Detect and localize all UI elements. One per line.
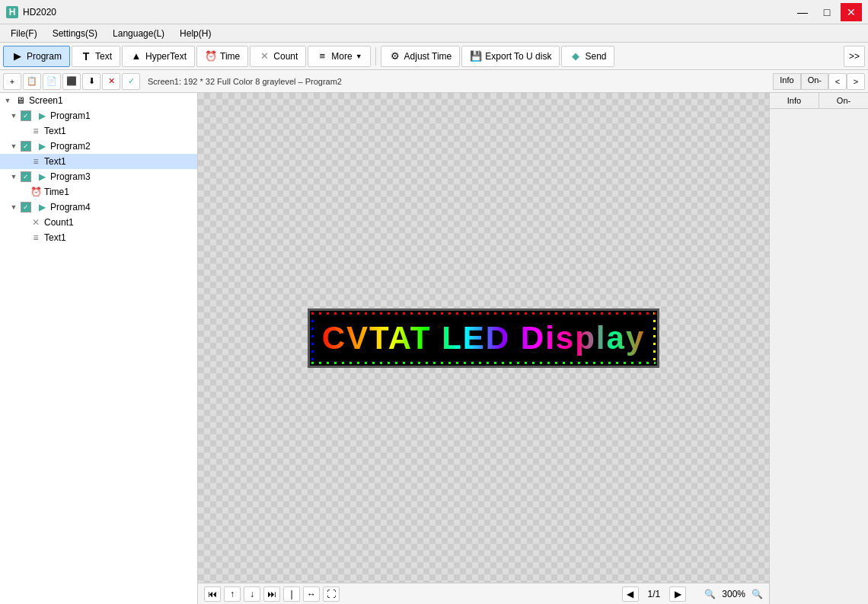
move-down-button[interactable]: ⬇: [82, 73, 101, 90]
checkbox-program1[interactable]: ✓: [21, 110, 31, 121]
count-icon: ✕: [258, 50, 270, 62]
program-label: Program: [27, 51, 62, 62]
tree-item-time1[interactable]: ▶ ⏰ Time1: [0, 184, 197, 200]
menu-settings[interactable]: Settings(S): [45, 27, 105, 40]
nav-fit-button[interactable]: ↔: [303, 586, 320, 602]
adjust-time-icon: ⚙: [389, 50, 401, 62]
info-tabs: Info On- < >: [773, 73, 865, 90]
time-button[interactable]: ⏰ Time: [196, 46, 248, 67]
program-button[interactable]: ▶ Program: [3, 46, 70, 67]
tree-item-screen1[interactable]: ▼ 🖥 Screen1: [0, 93, 197, 108]
hypertext-icon: ▲: [130, 50, 142, 62]
tree-arrow-program1[interactable]: ▼: [9, 111, 18, 120]
more-button[interactable]: ≡ More ▼: [308, 46, 370, 67]
maximize-button[interactable]: □: [816, 3, 838, 21]
text-icon-p1: ≡: [30, 125, 42, 137]
nav-first-button[interactable]: ⏮: [204, 586, 221, 602]
text1-p2-label: Text1: [44, 156, 66, 167]
time-icon-tree: ⏰: [30, 186, 42, 198]
zoom-level: 300%: [719, 589, 748, 599]
menu-file[interactable]: File(F): [3, 27, 45, 40]
adjust-time-label: Adjust Time: [404, 51, 452, 62]
program1-icon: ▶: [36, 110, 48, 122]
time1-label: Time1: [44, 187, 69, 197]
sub-toolbar: + 📋 📄 ⬛ ⬇ ✕ ✓ Screen1: 192 * 32 Full Col…: [0, 70, 868, 93]
checkbox-program3[interactable]: ✓: [21, 171, 31, 182]
text-icon-p2: ≡: [30, 155, 42, 168]
menu-bar: File(F) Settings(S) Language(L) Help(H): [0, 24, 868, 43]
text-button[interactable]: T Text: [72, 46, 120, 67]
led-display: CVTAT LED Display: [308, 308, 660, 368]
paste2-button[interactable]: ⬛: [62, 73, 81, 90]
tree-arrow-screen1[interactable]: ▼: [3, 96, 12, 105]
nav-fullscreen-button[interactable]: ⛶: [323, 586, 340, 602]
page-next-button[interactable]: ▶: [669, 586, 686, 602]
program3-icon: ▶: [36, 171, 48, 183]
canvas-toolbar: ⏮ ↑ ↓ ⏭ | ↔ ⛶ ◀ 1/1 ▶ 🔍 300% 🔍: [198, 583, 769, 604]
time-icon: ⏰: [205, 50, 217, 62]
send-icon: ◆: [570, 50, 582, 62]
hypertext-button[interactable]: ▲ HyperText: [122, 46, 195, 67]
nav-next-line-button[interactable]: ↓: [244, 586, 260, 602]
tree-panel: ▼ 🖥 Screen1 ▼ ✓ ▶ Program1 ▶ ≡ Text1 ▼ ✓…: [0, 93, 198, 604]
window-controls: — □ ✕: [792, 3, 862, 21]
program1-label: Program1: [50, 110, 91, 121]
tree-arrow-program2[interactable]: ▼: [9, 142, 18, 151]
minimize-button[interactable]: —: [792, 3, 813, 21]
program4-icon: ▶: [36, 201, 48, 213]
tree-item-program3[interactable]: ▼ ✓ ▶ Program3: [0, 169, 197, 184]
text1-p1-label: Text1: [44, 126, 66, 136]
program2-icon: ▶: [36, 140, 48, 152]
export-icon: 💾: [470, 50, 482, 62]
tab-online-right[interactable]: On-: [819, 93, 868, 108]
adjust-time-button[interactable]: ⚙ Adjust Time: [381, 46, 461, 67]
checkbox-program4[interactable]: ✓: [21, 202, 31, 213]
tree-item-program2[interactable]: ▼ ✓ ▶ Program2: [0, 139, 197, 154]
main-layout: ▼ 🖥 Screen1 ▼ ✓ ▶ Program1 ▶ ≡ Text1 ▼ ✓…: [0, 93, 868, 604]
program2-label: Program2: [50, 141, 91, 152]
tab-info-right[interactable]: Info: [770, 93, 819, 108]
led-text: CVTAT LED Display: [316, 317, 652, 360]
nav-prev-line-button[interactable]: ↑: [224, 586, 241, 602]
nav-last-button[interactable]: ⏭: [263, 586, 280, 602]
count-button[interactable]: ✕ Count: [250, 46, 306, 67]
paste-button[interactable]: 📄: [43, 73, 61, 90]
send-label: Send: [585, 51, 606, 62]
program-icon: ▶: [11, 50, 24, 62]
tab-info[interactable]: Info: [773, 73, 800, 90]
tree-item-text1-p2[interactable]: ▶ ≡ Text1: [0, 154, 197, 169]
export-button[interactable]: 💾 Export To U disk: [461, 46, 560, 67]
tree-item-text1-p4[interactable]: ▶ ≡ Text1: [0, 230, 197, 245]
tab-online[interactable]: On-: [801, 73, 828, 90]
expand-button[interactable]: >>: [844, 46, 865, 67]
text-icon: T: [80, 50, 92, 62]
toolbar-separator: [375, 47, 376, 66]
export-label: Export To U disk: [485, 51, 551, 62]
menu-language[interactable]: Language(L): [105, 27, 172, 40]
expand-right-button[interactable]: <: [828, 73, 847, 90]
nav-insert-button[interactable]: |: [283, 586, 300, 602]
tree-item-program1[interactable]: ▼ ✓ ▶ Program1: [0, 108, 197, 123]
send-button[interactable]: ◆ Send: [561, 46, 614, 67]
copy-button[interactable]: 📋: [23, 73, 41, 90]
expand-right2-button[interactable]: >: [847, 73, 865, 90]
new-button[interactable]: +: [3, 73, 21, 90]
tree-arrow-program3[interactable]: ▼: [9, 172, 18, 181]
right-tabs: Info On-: [770, 93, 868, 109]
menu-help[interactable]: Help(H): [172, 27, 219, 40]
checkbox-program2[interactable]: ✓: [21, 141, 31, 152]
program4-label: Program4: [50, 202, 91, 213]
text-label: Text: [95, 51, 112, 62]
page-indicator: 1/1: [642, 589, 667, 599]
close-button[interactable]: ✕: [841, 3, 862, 21]
tree-item-text1-p1[interactable]: ▶ ≡ Text1: [0, 123, 197, 139]
page-prev-button[interactable]: ◀: [622, 586, 639, 602]
tree-arrow-program4[interactable]: ▼: [9, 203, 18, 212]
tree-item-program4[interactable]: ▼ ✓ ▶ Program4: [0, 200, 197, 215]
delete-button[interactable]: ✕: [102, 73, 120, 90]
title-text: HD2020: [23, 7, 792, 18]
right-panel: Info On-: [769, 93, 868, 604]
tree-item-count1[interactable]: ▶ ✕ Count1: [0, 215, 197, 230]
main-toolbar: ▶ Program T Text ▲ HyperText ⏰ Time ✕ Co…: [0, 43, 868, 70]
check-button[interactable]: ✓: [122, 73, 140, 90]
